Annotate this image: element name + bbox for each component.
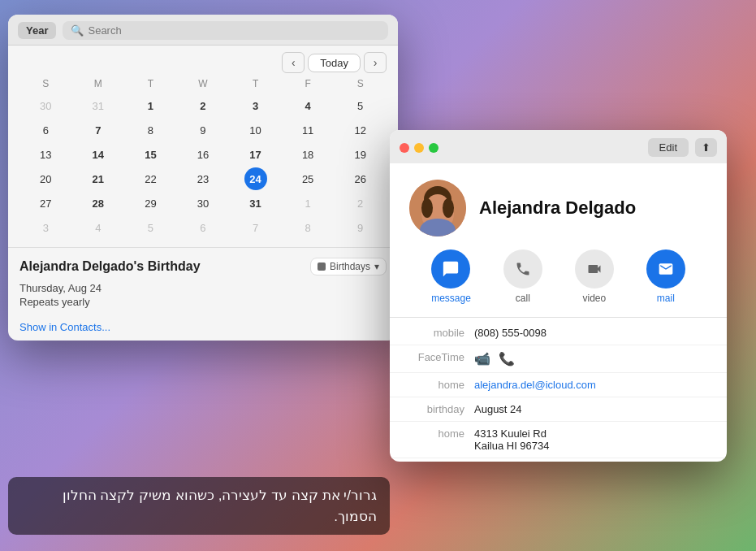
action-call: call <box>503 249 542 304</box>
calendar-day[interactable]: 4 <box>296 94 319 117</box>
calendar-nav: ‹ Today › <box>8 46 398 76</box>
event-title-row: Alejandra Delgado's Birthday Birthdays ▾ <box>19 258 387 276</box>
calendar-day[interactable]: 5 <box>349 94 372 117</box>
show-contacts-link[interactable]: Show in Contacts... <box>19 321 110 333</box>
info-row-mobile: mobile (808) 555-0098 <box>390 321 727 345</box>
svg-point-6 <box>443 198 454 218</box>
prev-button[interactable]: ‹ <box>282 52 305 73</box>
info-label-home-address: home <box>409 427 474 452</box>
share-button[interactable]: ⬆ <box>695 138 717 157</box>
calendar-titlebar: Year 🔍 <box>8 15 398 46</box>
calendar-day[interactable]: 3 <box>244 94 267 117</box>
next-button[interactable]: › <box>364 52 387 73</box>
calendar-day[interactable]: 6 <box>34 119 57 141</box>
event-date: Thursday, Aug 24 <box>19 282 387 294</box>
birthdays-badge[interactable]: Birthdays ▾ <box>310 258 387 276</box>
week-header-wed: W <box>177 76 230 91</box>
instruction-text: גרור/י את קצה עד לעצירה, כשהוא משיק לקצה… <box>63 488 377 524</box>
calendar-week-headers: S M T W T F S <box>19 76 387 91</box>
info-label-home-email: home <box>409 379 474 391</box>
calendar-day[interactable]: 24 <box>244 167 267 190</box>
call-button[interactable] <box>503 249 542 289</box>
calendar-day[interactable]: 22 <box>139 167 162 190</box>
search-input[interactable] <box>88 24 380 37</box>
contact-actions: message call video mail <box>390 249 727 317</box>
calendar-day[interactable]: 8 <box>139 119 162 141</box>
action-message: message <box>431 249 471 304</box>
calendar-day[interactable]: 11 <box>296 119 319 141</box>
calendar-day[interactable]: 26 <box>349 167 372 190</box>
calendar-day[interactable]: 12 <box>349 119 372 141</box>
calendar-day[interactable]: 20 <box>34 167 57 190</box>
info-value-mobile[interactable]: (808) 555-0098 <box>474 327 707 339</box>
week-header-tue: T <box>124 76 177 91</box>
calendar-day[interactable]: 7 <box>244 216 267 239</box>
today-button[interactable]: Today <box>308 54 361 72</box>
calendar-day[interactable]: 28 <box>87 192 110 215</box>
maximize-button[interactable] <box>429 143 438 153</box>
calendar-day[interactable]: 27 <box>34 192 57 215</box>
calendar-day[interactable]: 3 <box>34 216 57 239</box>
calendar-day[interactable]: 2 <box>192 94 214 117</box>
info-row-birthday: birthday August 24 <box>390 397 727 422</box>
video-button[interactable] <box>575 249 614 289</box>
calendar-day[interactable]: 6 <box>192 216 214 239</box>
action-mail: mail <box>646 249 685 304</box>
calendar-day[interactable]: 30 <box>34 94 57 117</box>
birthdays-color-dot <box>318 262 326 271</box>
calendar-day[interactable]: 9 <box>349 216 372 239</box>
calendar-day[interactable]: 15 <box>139 143 162 166</box>
calendar-day[interactable]: 1 <box>296 192 319 215</box>
info-row-home-address: home 4313 Kuulei RdKailua HI 96734 <box>390 422 727 458</box>
facetime-phone-icon[interactable]: 📞 <box>499 351 515 367</box>
info-value-email[interactable]: alejandra.del@icloud.com <box>474 379 707 391</box>
mail-label: mail <box>657 293 675 304</box>
week-header-fri: F <box>282 76 335 91</box>
calendar-day[interactable]: 1 <box>139 94 162 117</box>
calendar-day[interactable]: 10 <box>244 119 267 141</box>
calendar-day[interactable]: 31 <box>87 94 110 117</box>
calendar-day[interactable]: 18 <box>296 143 319 166</box>
video-label: video <box>583 293 607 304</box>
calendar-day[interactable]: 29 <box>139 192 162 215</box>
info-value-home-address: 4313 Kuulei RdKailua HI 96734 <box>474 427 707 452</box>
calendar-window: Year 🔍 ‹ Today › S M T W T F S 303112345… <box>8 15 398 341</box>
calendar-day[interactable]: 9 <box>192 119 214 141</box>
svg-point-5 <box>421 198 433 218</box>
calendar-day[interactable]: 7 <box>87 119 110 141</box>
contact-name: Alejandra Delgado <box>479 197 636 219</box>
mail-button[interactable] <box>646 249 685 289</box>
calendar-day[interactable]: 8 <box>296 216 319 239</box>
facetime-video-icon[interactable]: 📹 <box>474 351 490 367</box>
year-button[interactable]: Year <box>18 22 56 39</box>
calendar-day[interactable]: 17 <box>244 143 267 166</box>
message-button[interactable] <box>431 249 470 289</box>
message-label: message <box>431 293 471 304</box>
calendar-day[interactable]: 23 <box>192 167 214 190</box>
calendar-days: 3031123456789101112131415161718192021222… <box>19 94 387 239</box>
calendar-day[interactable]: 4 <box>87 216 110 239</box>
calendar-day[interactable]: 16 <box>192 143 214 166</box>
calendar-day[interactable]: 13 <box>34 143 57 166</box>
calendar-day[interactable]: 25 <box>296 167 319 190</box>
calendar-day[interactable]: 2 <box>349 192 372 215</box>
week-header-mon: M <box>72 76 125 91</box>
calendar-day[interactable]: 31 <box>244 192 267 215</box>
info-label-birthday: birthday <box>409 403 474 415</box>
edit-button[interactable]: Edit <box>648 138 689 157</box>
event-title: Alejandra Delgado's Birthday <box>19 259 201 274</box>
calendar-day[interactable]: 30 <box>192 192 214 215</box>
contacts-window: Edit ⬆ Alejandra Delgado <box>390 130 727 462</box>
info-label-facetime: FaceTime <box>409 351 474 367</box>
calendar-day[interactable]: 21 <box>87 167 110 190</box>
event-detail: Alejandra Delgado's Birthday Birthdays ▾… <box>8 247 398 341</box>
calendar-day[interactable]: 5 <box>139 216 162 239</box>
close-button[interactable] <box>400 143 409 153</box>
calendar-day[interactable]: 14 <box>87 143 110 166</box>
call-label: call <box>516 293 530 304</box>
avatar <box>409 180 466 236</box>
search-bar: 🔍 <box>63 21 388 40</box>
calendar-day[interactable]: 19 <box>349 143 372 166</box>
action-video: video <box>575 249 614 304</box>
minimize-button[interactable] <box>414 143 424 153</box>
